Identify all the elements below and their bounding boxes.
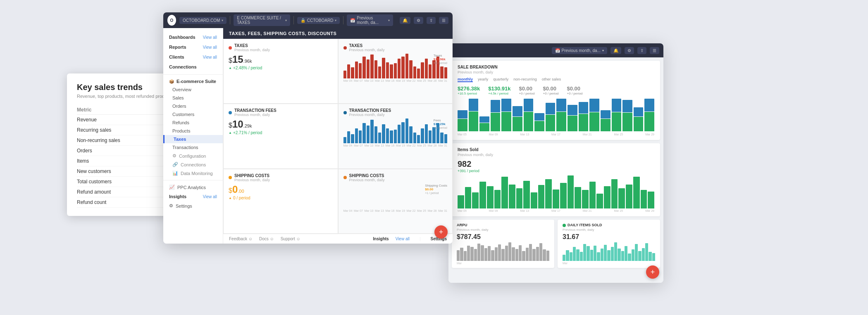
board-dropdown[interactable]: 🔒 CCTOBOARD ▾ [297, 17, 340, 24]
insights-link[interactable]: Insights [373, 237, 389, 241]
chart-icon: 📈 [169, 185, 175, 190]
sidebar-item-orders[interactable]: Orders [163, 102, 223, 110]
sidebar-connections-title: Connections [169, 64, 197, 69]
sidebar-item-datamonitoring[interactable]: 📊 Data Monitoring [163, 169, 223, 178]
sidebar-insights-title: Insights [169, 194, 186, 199]
arpu-card: ARPU Previous month, daily $787.45 Mar [452, 220, 554, 268]
support-link[interactable]: Support ☺ [281, 237, 300, 241]
right-settings-btn[interactable]: ⚙ [625, 47, 634, 54]
col-metric: Metric [77, 105, 146, 115]
daily-items-xaxis: Mar [563, 262, 655, 265]
fees-value: $10.29k [229, 118, 333, 130]
settings-icon-btn[interactable]: ⚙ [414, 17, 423, 24]
items-sold-card: Items Sold Previous month, daily 982 +39… [452, 143, 660, 216]
sb-metric-othersales: $0.00 +0 / period [567, 85, 583, 95]
sale-breakdown-card: SALE BREAKDOWN Previous month, daily mon… [452, 61, 660, 140]
fees-dot [229, 111, 232, 114]
settings-icon: ⚙ [169, 203, 173, 208]
main-panel: TAXES, FEES, SHIPPING COSTS, DISCOUNTS T… [223, 28, 453, 244]
sidebar-item-sales[interactable]: Sales [163, 94, 223, 102]
chart-fees-right: TRANSACTION FEES Previous month, daily F… [338, 104, 453, 168]
sidebar-section-clients: Clients View all [163, 52, 223, 62]
sidebar-section-reports: Reports View all [163, 42, 223, 52]
sidebar-dashboards-viewall[interactable]: View all [203, 35, 217, 40]
daily-items-dot [563, 224, 566, 227]
right-menu-btn[interactable]: ☰ [650, 47, 659, 54]
sidebar-insights-viewall[interactable]: View all [203, 194, 217, 199]
sb-metric-yearly: $130.91k +4.5k / period [488, 85, 510, 95]
bell-icon-btn[interactable]: 🔔 [400, 17, 410, 24]
sidebar-item-products[interactable]: Products [163, 127, 223, 135]
right-topbar: 📅 Previous month, da... ▾ 🔔 ⚙ ⇪ ☰ [448, 43, 663, 57]
main-topbar: O OCTOBOARD.COM ▾ E COMMERCE SUITE / TAX… [163, 12, 453, 28]
feedback-link[interactable]: Feedback ☺ [229, 237, 253, 241]
right-date-dropdown[interactable]: 📅 Previous month, da... ▾ [552, 47, 608, 54]
is-xaxis: Mar 05Mar 09Mar 13Mar 17Mar 21Mar 25Mar … [458, 209, 654, 212]
suite-dropdown[interactable]: E COMMERCE SUITE / TAXES ▾ [234, 14, 290, 26]
charts-grid: TAXES Previous month, daily $15.96k +2.4… [223, 39, 453, 234]
sidebar-item-settings[interactable]: ⚙ Settings [163, 201, 223, 210]
sb-tab-yearly[interactable]: yearly [478, 77, 488, 82]
sidebar-dashboards-title: Dashboards [169, 35, 196, 40]
shipping-xaxis: Mar 04Mar 07Mar 10Mar 13Mar 16Mar 19Mar … [343, 209, 448, 212]
calendar-icon: 📅 [555, 48, 560, 53]
arpu-xaxis: Mar [457, 262, 549, 265]
right-bell-btn[interactable]: 🔔 [610, 47, 621, 54]
fees-bar-chart [343, 118, 448, 143]
fees-change: +2.71% / period [229, 130, 333, 135]
share-icon-btn[interactable]: ⇪ [427, 17, 436, 24]
sidebar-reports-title: Reports [169, 45, 186, 50]
sb-metric-monthly: $276.38k +10.5 /period [458, 85, 480, 95]
fees-xaxis: Mar 04Mar 07Mar 10Mar 13Mar 16Mar 19Mar … [343, 144, 448, 147]
taxes-bar-chart [343, 54, 448, 78]
sb-tab-nonrecurring[interactable]: non-recurring [513, 77, 537, 82]
fees-right-title: TRANSACTION FEES [349, 108, 391, 113]
docs-link[interactable]: Docs ☺ [259, 237, 274, 241]
sidebar-clients-title: Clients [169, 54, 184, 59]
chevron-down-icon: ▾ [602, 49, 604, 52]
sidebar-item-customers[interactable]: Customers [163, 110, 223, 118]
sidebar-item-connections[interactable]: 🔗 Connections [163, 160, 223, 169]
sb-tab-othersales[interactable]: other sales [542, 77, 561, 82]
sidebar-item-overview[interactable]: Overview [163, 85, 223, 94]
sidebar-item-transactions[interactable]: Transactions [163, 143, 223, 152]
main-content: Dashboards View all Reports View all Cli… [163, 28, 453, 244]
sidebar-clients-viewall[interactable]: View all [203, 55, 217, 59]
right-add-fab-button[interactable]: + [646, 265, 659, 279]
separator [343, 16, 343, 24]
shipping-right-dot [343, 176, 347, 179]
panel-title: TAXES, FEES, SHIPPING COSTS, DISCOUNTS [223, 28, 453, 39]
sb-metric-quarterly: $0.00 +0 / period [519, 85, 534, 95]
shipping-change: 0 / period [229, 196, 333, 200]
main-dashboard-window: O OCTOBOARD.COM ▾ E COMMERCE SUITE / TAX… [163, 12, 453, 244]
org-dropdown[interactable]: OCTOBOARD.COM ▾ [179, 17, 227, 24]
taxes-value: $15.96k [229, 54, 333, 65]
sidebar-item-taxes[interactable]: Taxes [163, 135, 223, 143]
shipping-value: $0.00 [229, 184, 333, 195]
sidebar-item-refunds[interactable]: Refunds [163, 118, 223, 127]
right-share-btn[interactable]: ⇪ [637, 47, 646, 54]
taxes-title: TAXES [234, 43, 270, 48]
sb-tabs: monthly yearly quarterly non-recurring o… [458, 77, 654, 82]
viewall-link[interactable]: View all [396, 237, 410, 241]
chevron-down-icon: ▾ [335, 19, 336, 22]
items-sold-chg: +391 / period [458, 169, 493, 173]
sb-tab-monthly[interactable]: monthly [458, 77, 473, 82]
sidebar-section-dashboards: Dashboards View all [163, 32, 223, 42]
sidebar-item-ppc[interactable]: 📈 PPC Analytics [163, 183, 223, 192]
sidebar-item-configuration[interactable]: ⚙ Configuration [163, 152, 223, 160]
right-content: SALE BREAKDOWN Previous month, daily mon… [448, 57, 663, 283]
add-fab-button[interactable]: + [434, 225, 448, 239]
chart-shipping-left: SHIPPING COSTS Previous month, daily $0.… [223, 169, 338, 234]
sidebar-reports-viewall[interactable]: View all [203, 45, 217, 50]
sb-tab-quarterly[interactable]: quarterly [493, 77, 508, 82]
sb-metrics: $276.38k +10.5 /period $130.91k +4.5k / … [458, 85, 654, 95]
sidebar-item-ecommerce[interactable]: 📦 E-commerce Suite [163, 77, 223, 85]
date-dropdown[interactable]: 📅 Previous month, da... ▾ [347, 14, 393, 26]
sb-sub: Previous month, daily [458, 70, 654, 74]
arpu-chart [457, 242, 549, 261]
shipping-dot [229, 176, 232, 179]
monitor-icon: 📊 [172, 171, 178, 176]
chart-taxes-right: TAXES Previous month, daily Taxes$15.96k… [338, 39, 453, 104]
menu-icon-btn[interactable]: ☰ [439, 17, 448, 24]
